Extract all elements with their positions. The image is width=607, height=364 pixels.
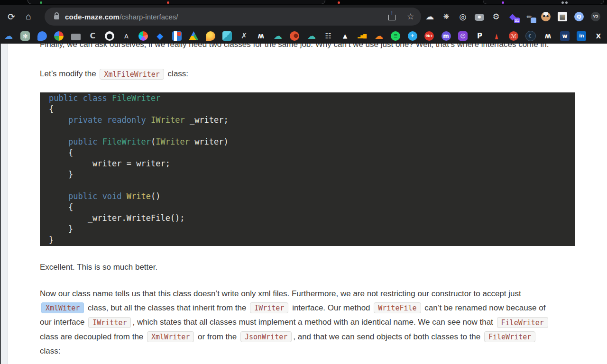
vercel-bookmark-icon[interactable]: ▲ [340,31,350,41]
profile-vd-ext-icon[interactable]: VƆ [591,12,600,21]
cloud-ext-icon[interactable]: ☁ [425,12,434,21]
linkedin-bookmark-icon[interactable]: in [577,31,586,41]
lock-icon[interactable] [54,15,59,19]
search-ext-icon[interactable]: Q [574,12,584,21]
c-logo-bookmark-icon[interactable]: C [88,31,97,41]
tab-favicon-dot [167,1,169,4]
target-circles-ext-icon[interactable]: ◎ [458,12,468,21]
w-square-bookmark-icon-glyph: w [562,33,567,39]
telegram-bookmark-icon-glyph: ✈ [410,34,414,38]
code-line: } [49,235,575,246]
inline-code-highlighted: XmlWiter [41,302,84,313]
cube-bookmark-icon[interactable] [222,31,232,41]
moon-circle-bookmark-icon[interactable]: ☾ [525,31,536,41]
address-bar[interactable]: code-maze.com/csharp-interfaces/ ☆ [45,8,421,26]
inline-code: JsonWriter [240,331,292,342]
x-strokes-bookmark-icon[interactable]: ✗ [239,31,249,41]
pac-circle-bookmark-icon[interactable] [290,31,299,41]
tab-favicon-dot [40,1,42,4]
calendar-ext-icon[interactable]: ◆31 [508,12,517,21]
code-line [49,180,575,191]
purple-chat-bookmark-icon[interactable]: ☺ [458,31,468,41]
gear-ext-icon-glyph: ⚙ [492,13,499,21]
arcs-logo-bookmark-icon-glyph: ʍ [258,33,264,40]
bookmark-star-icon[interactable]: ☆ [407,12,414,21]
inline-code: IWriter [250,302,288,313]
board-bookmark-icon[interactable] [172,31,182,41]
a-letter-bookmark-icon[interactable]: A [121,31,131,41]
reload-button[interactable]: ⟳ [5,9,18,24]
inline-code: XmlWriter [147,331,194,342]
cloudflare-bookmark-icon[interactable]: ☁ [374,31,384,41]
medium-m-bookmark-icon[interactable]: ℳ [509,31,518,41]
extension-row: ☁❋◎●⚙◆31✏▦QVƆ [425,12,602,21]
figma-bookmark-icon[interactable] [138,31,148,41]
code-line: _writer.WriteFile(); [49,213,575,224]
code-line: { [49,202,575,213]
spotify-bookmark-icon[interactable]: ☰ [391,31,400,41]
code-line: { [49,147,575,158]
browser-toolbar: ⟳ ⌂ code-maze.com/csharp-interfaces/ ☆ ☁… [0,5,607,28]
camera-ext-icon-glyph: ● [478,15,481,19]
url-host: code-maze.com [65,13,120,21]
inline-code: FileWriter [484,331,535,342]
drop-bookmark-icon[interactable] [206,31,215,41]
browser-tab[interactable] [28,0,325,4]
telegram-bookmark-icon[interactable]: ✈ [408,31,417,41]
teal-cloud-bookmark-icon-glyph: ☁ [274,32,282,40]
code-line: public void Write() [49,191,575,202]
pen-ext-icon[interactable]: ✏ [524,12,534,21]
c-logo-bookmark-icon-glyph: C [90,32,96,40]
p-logo-bookmark-icon-glyph: P [477,33,482,40]
home-button[interactable]: ⌂ [22,9,35,24]
browser-tab[interactable] [483,0,604,4]
cloud-sync-bookmark-icon[interactable]: ☁ [4,31,13,41]
reload-icon: ⟳ [8,11,15,22]
tab-strip [0,0,607,5]
drive-bookmark-icon[interactable] [189,31,198,41]
excellent-paragraph: Excellent. This is so much better. [40,260,575,274]
github-bookmark-icon[interactable] [105,31,114,41]
inline-code: XmlFileWriter [100,69,164,80]
teal-cloud-bookmark-icon[interactable]: ☁ [273,31,283,41]
analytics-bookmark-icon[interactable]: ▂▅▇ [357,31,367,41]
folder-bookmark-icon[interactable] [71,34,81,40]
camera-ext-icon[interactable]: ● [475,14,484,21]
tab-favicon-dot [561,1,564,4]
server-bookmark-icon[interactable]: ☷ [323,31,333,41]
browser-chrome: ⟳ ⌂ code-maze.com/csharp-interfaces/ ☆ ☁… [0,0,607,44]
x-logo-bookmark-icon[interactable]: X [594,31,603,41]
share-icon[interactable] [388,15,395,20]
modify-paragraph: Let’s modify the XmlFileWriter class: [40,67,575,82]
jira-bookmark-icon[interactable]: ◆ [155,31,165,41]
qr-ext-icon-glyph: ▦ [559,13,565,20]
gear-ext-icon[interactable]: ⚙ [491,12,501,21]
jira-bookmark-icon-glyph: ◆ [156,32,163,40]
arcs-logo-bookmark-icon[interactable]: ʍ [256,31,266,41]
tab-favicon-dot [565,1,568,4]
teal-cloud2-bookmark-icon[interactable]: ☁ [307,31,316,41]
bookmarks-bar: ☁✻CA◆✗ʍ☁☁☷▲▂▅▇☁☰✈9k+m☺P▲ℳ☾ʍwinX [0,28,607,44]
w-square-bookmark-icon[interactable]: w [560,31,570,41]
pinwheel-bookmark-icon[interactable] [54,31,64,41]
qr-ext-icon[interactable]: ▦ [558,12,567,21]
page-left-gutter [0,44,8,364]
react-ext-icon-glyph: ❋ [443,13,450,20]
p-logo-bookmark-icon[interactable]: P [475,31,485,41]
cloud-sync-bookmark-icon-glyph: ☁ [4,32,13,40]
react-ext-icon[interactable]: ❋ [441,12,451,21]
tab-favicon-dot [502,1,504,4]
face-ext-icon[interactable] [541,12,551,21]
arcs-logo2-bookmark-icon[interactable]: ʍ [543,31,553,41]
radio-tower-bookmark-icon[interactable]: ▲ [494,31,499,41]
chatgpt-bookmark-icon[interactable]: ✻ [20,31,30,41]
9k-badge-bookmark-icon[interactable]: 9k+ [424,31,434,41]
messages-bookmark-icon[interactable] [37,31,47,41]
profile-vd-ext-icon-glyph: VƆ [593,15,598,18]
mastodon-bookmark-icon[interactable]: m [441,31,451,41]
article: Let’s modify the XmlFileWriter class: pu… [40,67,575,358]
x-strokes-bookmark-icon-glyph: ✗ [241,32,247,40]
cloudflare-bookmark-icon-glyph: ☁ [375,32,383,40]
code-line: } [49,224,575,235]
arcs-logo2-bookmark-icon-glyph: ʍ [545,33,552,40]
